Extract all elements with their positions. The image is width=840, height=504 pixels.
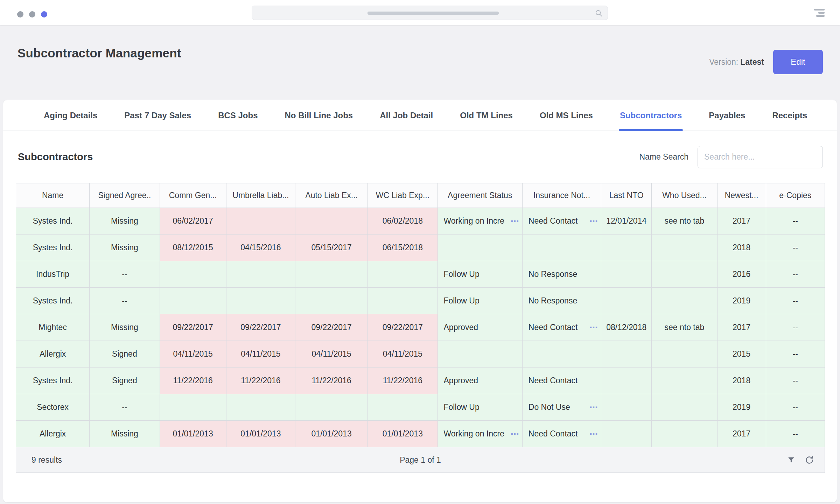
table-cell[interactable]: -- (766, 341, 825, 368)
table-cell[interactable]: Approved (438, 368, 522, 394)
table-cell[interactable]: -- (766, 394, 825, 421)
truncated-text-ellipsis-icon[interactable]: ⋯ (589, 323, 598, 332)
table-cell[interactable] (295, 208, 368, 234)
table-cell[interactable]: Allergix (16, 341, 90, 368)
table-cell[interactable] (368, 261, 438, 288)
table-cell[interactable]: Signed (90, 341, 160, 368)
table-cell[interactable]: Follow Up (438, 288, 522, 314)
table-cell[interactable]: 2019 (717, 288, 766, 314)
table-cell[interactable]: 01/01/2013 (295, 421, 368, 447)
table-cell[interactable] (160, 394, 226, 421)
table-cell[interactable] (601, 394, 652, 421)
table-cell[interactable]: -- (766, 288, 825, 314)
tab-aging-details[interactable]: Aging Details (44, 100, 97, 131)
table-cell[interactable]: 08/12/2018 (601, 314, 652, 341)
tab-old-tm-lines[interactable]: Old TM Lines (460, 100, 513, 131)
table-cell[interactable]: Missing (90, 421, 160, 447)
table-cell[interactable]: Missing (90, 234, 160, 261)
table-cell[interactable]: Missing (90, 208, 160, 234)
table-cell[interactable]: 11/22/2016 (160, 368, 226, 394)
table-cell[interactable]: Missing (90, 314, 160, 341)
table-cell[interactable] (601, 341, 652, 368)
tab-receipts[interactable]: Receipts (772, 100, 807, 131)
table-cell[interactable]: No Response (522, 261, 601, 288)
table-cell[interactable] (438, 234, 522, 261)
table-cell[interactable]: Mightec (16, 314, 90, 341)
window-dot-icon[interactable] (41, 11, 47, 18)
column-header-comm-gen[interactable]: Comm Gen... (160, 183, 226, 208)
column-header-newest[interactable]: Newest... (717, 183, 766, 208)
table-cell[interactable] (522, 341, 601, 368)
table-cell[interactable]: Follow Up (438, 261, 522, 288)
table-cell[interactable]: 06/15/2018 (368, 234, 438, 261)
window-dot-icon[interactable] (17, 11, 23, 18)
tab-all-job-detail[interactable]: All Job Detail (380, 100, 433, 131)
table-cell[interactable]: 2019 (717, 394, 766, 421)
table-cell[interactable]: -- (766, 421, 825, 447)
column-header-insurance-not[interactable]: Insurance Not... (522, 183, 601, 208)
table-cell[interactable] (160, 261, 226, 288)
column-header-e-copies[interactable]: e-Copies (766, 183, 825, 208)
tab-no-bill-line-jobs[interactable]: No Bill Line Jobs (285, 100, 353, 131)
table-cell[interactable]: Follow Up (438, 394, 522, 421)
table-cell[interactable] (601, 234, 652, 261)
tab-past-7-day-sales[interactable]: Past 7 Day Sales (124, 100, 191, 131)
table-cell[interactable]: 01/01/2013 (160, 421, 226, 447)
table-cell[interactable]: 06/02/2018 (368, 208, 438, 234)
table-cell[interactable] (601, 288, 652, 314)
column-header-name[interactable]: Name (16, 183, 90, 208)
table-cell[interactable]: 04/15/2016 (226, 234, 295, 261)
table-cell[interactable]: see nto tab (652, 314, 717, 341)
table-cell[interactable]: 2018 (717, 234, 766, 261)
column-header-last-nto[interactable]: Last NTO (601, 183, 652, 208)
table-cell[interactable]: see nto tab (652, 208, 717, 234)
table-cell[interactable]: 12/01/2014 (601, 208, 652, 234)
column-header-umbrella-liab[interactable]: Umbrella Liab... (226, 183, 295, 208)
table-cell[interactable]: 04/11/2015 (226, 341, 295, 368)
table-cell[interactable] (652, 394, 717, 421)
table-cell[interactable]: 04/11/2015 (160, 341, 226, 368)
table-cell[interactable]: 11/22/2016 (368, 368, 438, 394)
table-cell[interactable]: Allergix (16, 421, 90, 447)
table-cell[interactable]: Need Contact⋯ (522, 421, 601, 447)
table-cell[interactable]: Signed (90, 368, 160, 394)
column-header-auto-liab-ex[interactable]: Auto Liab Ex... (295, 183, 368, 208)
table-cell[interactable]: Need Contact⋯ (522, 208, 601, 234)
truncated-text-ellipsis-icon[interactable]: ⋯ (589, 429, 598, 439)
table-cell[interactable]: -- (766, 368, 825, 394)
truncated-text-ellipsis-icon[interactable]: ⋯ (589, 216, 598, 226)
table-cell[interactable]: 05/15/2017 (295, 234, 368, 261)
table-cell[interactable]: Working on Incre⋯ (438, 208, 522, 234)
table-cell[interactable] (652, 288, 717, 314)
table-cell[interactable]: -- (90, 261, 160, 288)
column-header-signed-agree[interactable]: Signed Agree.. (90, 183, 160, 208)
table-cell[interactable] (160, 288, 226, 314)
column-header-who-used[interactable]: Who Used... (652, 183, 717, 208)
table-cell[interactable]: -- (766, 208, 825, 234)
table-cell[interactable] (601, 261, 652, 288)
window-dot-icon[interactable] (29, 11, 35, 18)
table-cell[interactable]: 11/22/2016 (295, 368, 368, 394)
table-cell[interactable]: Need Contact⋯ (522, 314, 601, 341)
refresh-icon[interactable] (805, 455, 814, 465)
tab-old-ms-lines[interactable]: Old MS Lines (540, 100, 593, 131)
table-cell[interactable]: Need Contact (522, 368, 601, 394)
table-cell[interactable] (652, 421, 717, 447)
table-cell[interactable]: -- (90, 394, 160, 421)
table-cell[interactable] (368, 394, 438, 421)
table-cell[interactable]: IndusTrip (16, 261, 90, 288)
column-header-agreement-status[interactable]: Agreement Status (438, 183, 522, 208)
tab-bcs-jobs[interactable]: BCS Jobs (218, 100, 258, 131)
table-cell[interactable] (601, 368, 652, 394)
table-cell[interactable]: Working on Incre⋯ (438, 421, 522, 447)
table-cell[interactable] (522, 234, 601, 261)
column-header-wc-liab-exp[interactable]: WC Liab Exp... (368, 183, 438, 208)
table-cell[interactable]: 09/22/2017 (368, 314, 438, 341)
filter-icon[interactable] (787, 456, 796, 464)
table-cell[interactable] (226, 261, 295, 288)
tab-subcontractors[interactable]: Subcontractors (620, 100, 682, 131)
table-cell[interactable]: 08/12/2015 (160, 234, 226, 261)
table-cell[interactable] (652, 341, 717, 368)
truncated-text-ellipsis-icon[interactable]: ⋯ (511, 429, 519, 439)
table-cell[interactable]: 11/22/2016 (226, 368, 295, 394)
